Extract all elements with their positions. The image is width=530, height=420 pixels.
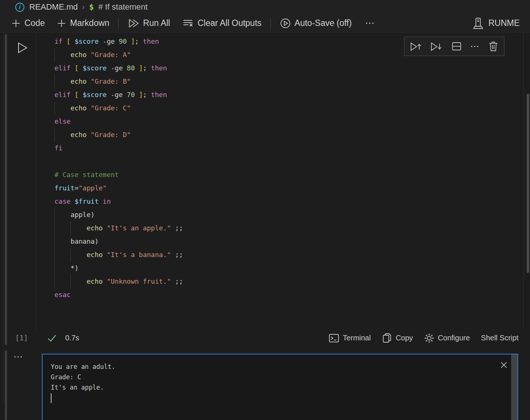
language-picker[interactable]: Shell Script — [481, 334, 519, 342]
info-icon[interactable]: i — [15, 2, 25, 12]
terminal-label: Terminal — [343, 334, 371, 342]
auto-save-label: Auto-Save (off) — [295, 18, 352, 28]
indent-guide — [54, 208, 55, 288]
code-line[interactable]: *) — [36, 261, 523, 275]
copy-label: Copy — [395, 334, 413, 342]
cell-output[interactable]: You are an adult.Grade: CIt's an apple. — [42, 354, 518, 420]
panel-border — [3, 33, 4, 403]
breadcrumb: i README.md › $ # If statement — [0, 0, 530, 14]
code-line[interactable] — [36, 155, 523, 168]
plus-icon — [57, 19, 66, 28]
output-line: You are an adult. — [51, 361, 115, 372]
run-all-button[interactable]: Run All — [127, 17, 170, 29]
output-line: It's an apple. — [51, 382, 115, 393]
notebook-toolbar: Code Markdown Run All Clear All Outputs — [0, 14, 530, 33]
runme-logo-icon — [472, 17, 484, 30]
auto-save-toggle[interactable]: Auto-Save (off) — [280, 18, 352, 29]
clear-all-outputs-label: Clear All Outputs — [198, 18, 262, 28]
indent-guide — [54, 101, 55, 115]
add-code-label: Code — [24, 18, 45, 28]
code-editor[interactable]: if [ $score -ge 90 ]; then echo "Grade: … — [36, 33, 523, 301]
code-line[interactable]: banana) — [36, 235, 523, 248]
execute-above-icon[interactable] — [410, 40, 422, 52]
code-line[interactable]: fruit="apple" — [36, 181, 523, 195]
runme-label[interactable]: RUNME — [488, 18, 520, 28]
cell-status-bar: 0.7s Terminal Copy — [36, 330, 524, 346]
language-label: Shell Script — [481, 334, 519, 342]
shell-symbol-icon: $ — [89, 3, 94, 11]
code-cell: if [ $score -ge 90 ]; then echo "Grade: … — [36, 33, 524, 346]
cell-toolbar: ⋯ — [404, 37, 504, 56]
execution-duration: 0.7s — [65, 334, 79, 342]
cell-focus-bar — [5, 34, 7, 345]
terminal-cursor — [51, 393, 52, 403]
code-line[interactable]: case $fruit in — [36, 195, 523, 208]
code-line[interactable]: echo "Grade: C" — [36, 101, 523, 115]
configure-button[interactable]: Configure — [424, 333, 470, 343]
delete-cell-icon[interactable] — [488, 40, 499, 52]
split-cell-icon[interactable] — [451, 40, 463, 52]
run-cell-button[interactable] — [17, 41, 27, 54]
breadcrumb-file[interactable]: README.md — [29, 2, 78, 12]
code-line[interactable]: echo "Grade: D" — [36, 128, 523, 141]
run-all-label: Run All — [143, 18, 170, 28]
output-text: You are an adult.Grade: CIt's an apple. — [51, 361, 115, 393]
code-line[interactable]: elif [ $score -ge 80 ]; then — [36, 61, 523, 75]
code-line[interactable]: esac — [36, 288, 523, 301]
indent-guide — [54, 128, 55, 141]
clear-all-outputs-icon — [182, 17, 194, 29]
toolbar-separator — [118, 18, 119, 29]
cell-more-actions-button[interactable]: ⋯ — [470, 41, 480, 51]
code-line[interactable]: echo "It's a banana." ;; — [36, 248, 523, 261]
copy-icon — [382, 333, 392, 344]
indent-guide — [70, 248, 71, 261]
play-circle-icon — [280, 18, 291, 29]
configure-label: Configure — [438, 334, 470, 342]
copy-button[interactable]: Copy — [382, 333, 413, 344]
code-line[interactable]: echo "Unknown fruit." ;; — [36, 275, 523, 288]
add-code-cell-button[interactable]: Code — [11, 18, 45, 28]
code-line[interactable]: apple) — [36, 208, 523, 221]
execution-count: [1] — [15, 334, 28, 342]
add-markdown-label: Markdown — [70, 18, 109, 28]
add-markdown-cell-button[interactable]: Markdown — [57, 18, 109, 28]
indent-guide — [70, 275, 71, 288]
toolbar-separator — [271, 18, 271, 29]
code-line[interactable]: # Case statement — [36, 168, 523, 181]
output-line: Grade: C — [51, 372, 115, 382]
plus-icon — [11, 19, 21, 28]
terminal-icon — [328, 333, 339, 344]
code-line[interactable]: else — [36, 115, 523, 128]
breadcrumb-section[interactable]: # If statement — [98, 2, 148, 12]
toolbar-more-button[interactable]: ⋯ — [365, 17, 375, 29]
code-line[interactable]: echo "It's an apple." ;; — [36, 221, 523, 235]
output-scrollbar[interactable] — [511, 354, 517, 420]
code-line[interactable]: echo "Grade: B" — [36, 75, 523, 88]
indent-guide — [54, 75, 55, 88]
code-line[interactable]: fi — [36, 141, 523, 155]
notebook-scrollbar[interactable] — [527, 94, 529, 273]
output-menu-button[interactable]: ⋯ — [13, 351, 23, 363]
terminal-button[interactable]: Terminal — [328, 333, 371, 344]
clear-all-outputs-button[interactable]: Clear All Outputs — [182, 17, 262, 29]
code-line[interactable]: elif [ $score -ge 70 ]; then — [36, 88, 523, 101]
gear-icon — [424, 333, 434, 343]
breadcrumb-chevron-icon: › — [82, 3, 85, 11]
close-output-icon[interactable] — [499, 360, 509, 370]
indent-guide — [54, 48, 55, 61]
success-check-icon — [47, 333, 57, 343]
output-focus-bar — [5, 350, 7, 420]
indent-guide — [70, 221, 71, 235]
run-all-icon — [127, 17, 139, 29]
execute-below-icon[interactable] — [430, 40, 443, 52]
